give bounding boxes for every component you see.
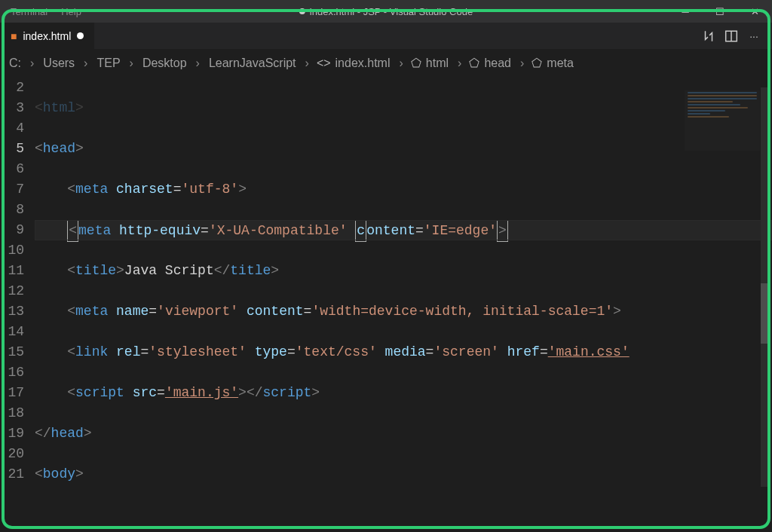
window-title: index.html - JSP - Visual Studio Code [299, 6, 473, 17]
menu-help[interactable]: Help [57, 5, 86, 19]
breadcrumb[interactable]: C:› Users› TEP› Desktop› LearnJavaScript… [0, 50, 772, 76]
symbol-icon: ⬠ [411, 56, 421, 70]
titlebar: Terminal Help index.html - JSP - Visual … [0, 0, 772, 23]
more-actions-icon[interactable]: ··· [746, 29, 761, 44]
modified-dot-icon [299, 8, 305, 14]
scrollbar[interactable] [761, 87, 770, 487]
file-icon: <> [317, 57, 331, 70]
minimap[interactable] [685, 90, 760, 151]
tab-label: index.html [23, 30, 71, 42]
compare-changes-icon[interactable] [701, 29, 716, 44]
split-editor-icon[interactable] [724, 29, 739, 44]
menu-terminal[interactable]: Terminal [6, 5, 52, 19]
tab-index-html[interactable]: ■ index.html [0, 23, 95, 49]
scrollbar-thumb[interactable] [761, 283, 770, 344]
symbol-icon: ⬠ [469, 56, 479, 70]
editor[interactable]: 2 3 4 5 6 7 8 9 10 11 12 13 14 15 16 17 … [0, 76, 772, 532]
symbol-icon: ⬠ [532, 56, 542, 70]
close-button[interactable]: ✕ [737, 0, 772, 23]
modified-indicator-icon [77, 32, 84, 39]
maximize-button[interactable]: ☐ [703, 0, 737, 23]
tab-bar: ■ index.html ··· [0, 23, 772, 50]
code-area[interactable]: <html> <head> <meta charset='utf-8'> <me… [35, 78, 772, 532]
gutter: 2 3 4 5 6 7 8 9 10 11 12 13 14 15 16 17 … [0, 78, 35, 532]
minimize-button[interactable]: ─ [668, 0, 703, 23]
